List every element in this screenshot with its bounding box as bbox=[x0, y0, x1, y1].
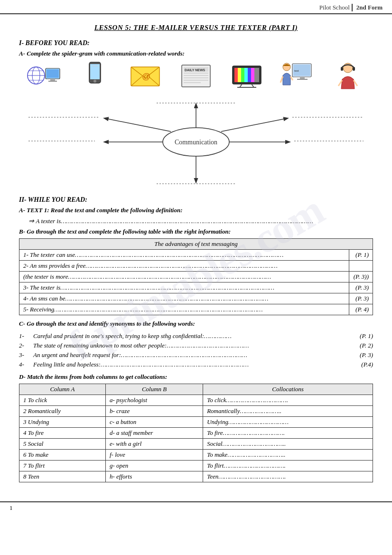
person-headset-icon bbox=[329, 61, 367, 90]
col-b-cell: d- a staff member bbox=[105, 428, 203, 439]
page-ref: (P. 3) bbox=[349, 282, 373, 293]
svg-line-43 bbox=[280, 76, 283, 83]
page-ref bbox=[349, 261, 373, 272]
email-envelope-icon: @ bbox=[126, 61, 164, 90]
spider-diagram: Communication bbox=[19, 94, 373, 189]
col-a-cell: 7 To flirt bbox=[19, 461, 106, 471]
col-c-cell: Social…………………………….. bbox=[203, 439, 373, 450]
synonym-item: 1-Careful and prudent in one's speech, t… bbox=[19, 332, 373, 340]
svg-rect-33 bbox=[254, 68, 259, 82]
synonym-item: 4-Feeling little and hopeless:…………………………… bbox=[19, 361, 373, 368]
section2-subB: B- Go through the text and complete the … bbox=[19, 228, 373, 235]
table-row: 4- An sms can be………………………………………………………………… bbox=[19, 293, 349, 304]
advantages-table: The advantages of text messaging 1- The … bbox=[19, 238, 373, 315]
svg-point-11 bbox=[93, 80, 96, 83]
svg-rect-31 bbox=[248, 68, 251, 82]
svg-text:text: text bbox=[294, 69, 299, 72]
form-label: 2nd Form bbox=[352, 4, 383, 11]
svg-rect-10 bbox=[90, 64, 100, 79]
table-row: 3- The texter is………………………………………………………………… bbox=[19, 282, 349, 293]
arrow-right-symbol: ⇒ bbox=[28, 217, 36, 225]
synonyms-section: 1-Careful and prudent in one's speech, t… bbox=[19, 332, 373, 368]
page-ref: (P. 3)) bbox=[349, 272, 373, 282]
lesson-title: LESSON 5: THE E-MAILER VERSUS THE TEXTER… bbox=[19, 24, 373, 32]
col-c-cell: Teen………………………………. bbox=[203, 471, 373, 482]
texter-definition-line: ⇒ A texter is………………………………………………………………………… bbox=[28, 217, 373, 225]
svg-line-34 bbox=[240, 84, 242, 87]
svg-rect-27 bbox=[234, 68, 238, 82]
col-a-cell: 3 Undying bbox=[19, 417, 106, 428]
section-while-read: II- WHILE YOU READ: A- TEXT 1: Read the … bbox=[19, 196, 373, 482]
col-b-cell: f- love bbox=[105, 450, 203, 461]
tv-icon bbox=[228, 61, 266, 90]
section-before-read: I- BEFORE YOU READ: A- Complete the spid… bbox=[19, 39, 373, 189]
col-a-cell: 2 Romantically bbox=[19, 406, 106, 417]
page: f-printables.com Pilot School 2nd Form L… bbox=[0, 0, 392, 555]
texter-line-text: A texter is……………………………………………………………………………… bbox=[36, 217, 313, 225]
page-ref: (P. 4) bbox=[349, 304, 373, 315]
page-ref: (P. 3) bbox=[349, 293, 373, 304]
col-a-cell: 8 Teen bbox=[19, 471, 106, 482]
col-b-cell: e- with a girl bbox=[105, 439, 203, 450]
computer-globe-icon bbox=[25, 61, 63, 90]
section2-heading: II- WHILE YOU READ: bbox=[19, 196, 373, 204]
svg-line-35 bbox=[252, 84, 254, 87]
section2-subC: C- Go through the text and identify syno… bbox=[19, 320, 373, 328]
col-a-header: Column A bbox=[19, 384, 106, 395]
section2-subD: D- Match the items from both columns to … bbox=[19, 373, 373, 381]
synonym-item: 2-The state of remaining unknown to most… bbox=[19, 342, 373, 349]
col-a-cell: 5 Social bbox=[19, 439, 106, 450]
school-label: Pilot School bbox=[319, 4, 350, 11]
col-c-cell: To make………………………….. bbox=[203, 450, 373, 461]
table-row: 5- Receiving…………………………………………………………………………… bbox=[19, 304, 349, 315]
section1-subA: A- Complete the spider-gram with communi… bbox=[19, 50, 373, 57]
table-row: (the texter is more………………………………………………………… bbox=[19, 272, 349, 282]
col-c-cell: To click……………………………. bbox=[203, 395, 373, 406]
main-content: LESSON 5: THE E-MAILER VERSUS THE TEXTER… bbox=[0, 14, 392, 497]
images-row: @ DAILY NEWS bbox=[19, 61, 373, 90]
person-computer-icon: text bbox=[278, 61, 316, 90]
footer: 1 bbox=[0, 501, 392, 514]
col-b-cell: h- efforts bbox=[105, 471, 203, 482]
svg-rect-41 bbox=[297, 79, 308, 80]
svg-rect-48 bbox=[341, 67, 343, 71]
col-b-header: Column B bbox=[105, 384, 203, 395]
svg-rect-29 bbox=[241, 68, 244, 82]
table-row: 2- An sms provides a free………………………………………… bbox=[19, 261, 349, 272]
section2-subA: A- TEXT 1: Read the text and complete th… bbox=[19, 207, 373, 214]
page-number: 1 bbox=[9, 504, 13, 512]
col-c-cell: To flirt……………………………. bbox=[203, 461, 373, 471]
svg-rect-7 bbox=[50, 79, 55, 81]
section1-heading: I- BEFORE YOU READ: bbox=[19, 39, 373, 47]
col-c-cell: To fire……………………………. bbox=[203, 428, 373, 439]
svg-line-44 bbox=[290, 76, 293, 80]
col-a-cell: 6 To make bbox=[19, 450, 106, 461]
svg-line-56 bbox=[104, 118, 171, 132]
header: Pilot School 2nd Form bbox=[0, 0, 392, 14]
col-a-cell: 1 To click bbox=[19, 395, 106, 406]
collocations-table: Column A Column B Collocations 1 To clic… bbox=[19, 384, 373, 482]
col-c-header: Collocations bbox=[203, 384, 373, 395]
col-a-cell: 4 To fire bbox=[19, 428, 106, 439]
page-ref: (P. 1) bbox=[349, 250, 373, 261]
svg-rect-32 bbox=[251, 68, 254, 82]
col-c-cell: Romantically………………….. bbox=[203, 406, 373, 417]
svg-rect-28 bbox=[238, 68, 241, 82]
col-b-cell: g- open bbox=[105, 461, 203, 471]
table-title: The advantages of text messaging bbox=[19, 239, 373, 250]
svg-rect-49 bbox=[353, 67, 355, 71]
table-row: 1- The texter can use…………………………………………………… bbox=[19, 250, 349, 261]
mobile-phone-icon bbox=[76, 61, 114, 90]
col-b-cell: b- craze bbox=[105, 406, 203, 417]
svg-text:Communication: Communication bbox=[175, 139, 217, 146]
col-b-cell: c- a button bbox=[105, 417, 203, 428]
svg-rect-40 bbox=[300, 77, 305, 79]
svg-rect-30 bbox=[244, 68, 248, 82]
synonym-item: 3-An urgent and heartfelt request for:……… bbox=[19, 351, 373, 359]
svg-text:@: @ bbox=[142, 72, 150, 81]
svg-rect-8 bbox=[48, 81, 57, 82]
svg-text:DAILY NEWS: DAILY NEWS bbox=[185, 68, 205, 72]
col-c-cell: Undying…………………………… bbox=[203, 417, 373, 428]
col-b-cell: a- psychologist bbox=[105, 395, 203, 406]
svg-rect-6 bbox=[47, 69, 59, 78]
